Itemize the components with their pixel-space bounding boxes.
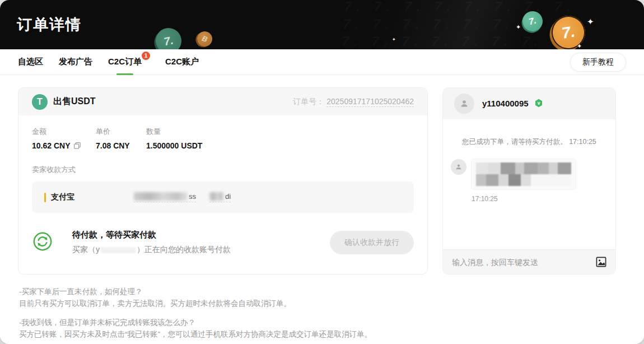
order-card-header: T 出售USDT 订单号： 20250917171025020462 [18, 88, 427, 115]
pending-sync-icon [32, 231, 53, 254]
faq-block: -买家下单后一直未付款，如何处理？ 目前只有买方可以取消订单，卖方无法取消。买方… [19, 286, 626, 309]
peer-avatar [454, 94, 474, 114]
field-label: 单价 [96, 127, 146, 137]
payment-section-label: 卖家收款方式 [32, 165, 414, 175]
copy-icon[interactable] [73, 142, 81, 150]
field-value: 1.500000 USDT [146, 141, 202, 150]
status-desc-suffix: ）正在向您的收款账号付款 [137, 245, 231, 255]
redacted-message-bubble [472, 159, 576, 189]
faq-section: -买家下单后一直未付款，如何处理？ 目前只有买方可以取消订单，卖方无法取消。买方… [18, 275, 626, 340]
sparkle-icon: ✦ [516, 24, 521, 31]
chat-message-area[interactable]: 您已成功下单，请等待买方付款。 17:10:25 [443, 119, 615, 249]
payment-method-row: 支付宝 ss di [32, 182, 414, 213]
brand-pattern: 7. 7. 7. 7. 7. 7. 7. 7.7. 7. 7. 7. 7. 7.… [341, 0, 535, 49]
masked-account-name: ss [134, 192, 196, 202]
tab-label: 自选区 [18, 57, 43, 67]
chat-input-bar [443, 249, 615, 274]
tab-c2c-orders[interactable]: C2C订单 1 [108, 49, 142, 75]
system-message: 您已成功下单，请等待买方付款。 17:10:25 [451, 137, 608, 147]
main-content: T 出售USDT 订单号： 20250917171025020462 金额 10… [0, 75, 644, 340]
svg-text:v: v [538, 100, 540, 106]
order-no-label: 订单号： [293, 97, 324, 107]
status-description: 买家（y ）正在向您的收款账号付款 [72, 245, 231, 255]
sparkle-icon: ✦ [577, 43, 582, 49]
coin-decoration-icon: 7. [153, 26, 184, 49]
field-label: 金额 [32, 127, 96, 137]
tab-post-ad[interactable]: 发布广告 [59, 49, 92, 75]
faq-question: -买家下单后一直未付款，如何处理？ [19, 286, 626, 297]
blur-redaction [209, 192, 224, 201]
tab-label: C2C订单 [108, 57, 142, 67]
usdt-coin-icon: T [32, 94, 48, 110]
order-status-row: 待付款，等待买家付款 买家（y ）正在向您的收款账号付款 确认收款并放行 [32, 230, 414, 255]
confirm-release-button[interactable]: 确认收款并放行 [330, 231, 414, 254]
system-message-time: 17:10:25 [569, 138, 596, 146]
page-title: 订单详情 [17, 15, 82, 35]
faq-block: -我收到钱，但是订单并未标记完成转账我该怎么办？ 买方已转账，因买方未及时点击“… [19, 317, 626, 340]
field-value: 7.08 CNY [96, 141, 130, 150]
blur-redaction [134, 192, 188, 201]
tab-label: 发布广告 [59, 57, 92, 67]
tab-label: C2C账户 [165, 57, 199, 67]
chat-message-row [451, 159, 608, 189]
masked-account-id: di [209, 192, 231, 202]
order-card-body: 金额 10.62 CNY [18, 115, 427, 274]
masked-fragment: di [225, 192, 231, 201]
status-title: 待付款，等待买家付款 [72, 230, 231, 240]
tab-bar: 自选区 发布广告 C2C订单 1 C2C账户 新手教程 [0, 49, 644, 75]
field-label: 数量 [146, 127, 202, 137]
chat-input[interactable] [452, 258, 590, 267]
field-value: 10.62 CNY [32, 141, 70, 150]
peer-name: y110400095 [482, 99, 529, 108]
sparkle-icon: ✦ [587, 17, 594, 27]
faq-answer: 目前只有买方可以取消订单，卖方无法取消。买方超时未付款将会自动取消订单。 [19, 297, 626, 309]
order-no-value[interactable]: 20250917171025020462 [326, 97, 414, 107]
blur-redaction [101, 247, 136, 253]
order-fields: 金额 10.62 CNY [32, 127, 414, 150]
faq-question: -我收到钱，但是订单并未标记完成转账我该怎么办？ [19, 317, 626, 328]
chat-panel: y110400095 v 您已成功下单，请等待买方付款。 17:10:25 [442, 87, 616, 275]
verified-badge-icon: v [534, 99, 543, 108]
price-field: 单价 7.08 CNY [96, 127, 146, 150]
hero-header: 7. 7. 7. 7. 7. 7. 7. 7.7. 7. 7. 7. 7. 7.… [0, 0, 644, 49]
alipay-marker-bar [44, 193, 46, 202]
status-desc-prefix: 买家（y [72, 245, 100, 255]
sparkle-icon: ✦ [392, 37, 396, 42]
system-message-text: 您已成功下单，请等待买方付款。 [462, 138, 567, 146]
beginner-tutorial-button[interactable]: 新手教程 [570, 53, 626, 72]
chat-header: y110400095 v [443, 88, 615, 119]
payment-method-name: 支付宝 [51, 192, 74, 202]
order-detail-window: 7. 7. 7. 7. 7. 7. 7. 7.7. 7. 7. 7. 7. 7.… [0, 0, 644, 344]
faq-answer: 买方已转账，因买方未及时点击“我已转账”，您可以通过手机联系对方协商决定是成交订… [19, 328, 626, 340]
message-timestamp: 17:10:25 [472, 195, 608, 203]
notification-badge: 1 [142, 52, 150, 60]
amount-field: 金额 10.62 CNY [32, 127, 96, 150]
bitcoin-decoration-icon: B [195, 29, 214, 48]
tab-self-select[interactable]: 自选区 [18, 49, 43, 75]
order-card: T 出售USDT 订单号： 20250917171025020462 金额 10… [18, 87, 428, 275]
send-image-icon[interactable] [596, 257, 606, 267]
quantity-field: 数量 1.500000 USDT [146, 127, 202, 150]
tab-c2c-account[interactable]: C2C账户 [165, 49, 199, 75]
order-side-label: 出售USDT [53, 96, 96, 108]
sender-avatar [451, 159, 466, 175]
masked-fragment: ss [189, 192, 196, 201]
